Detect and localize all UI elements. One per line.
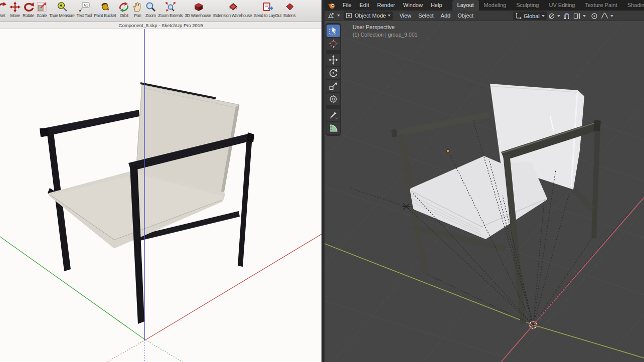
tool-transform[interactable] [327,93,340,105]
svg-text:A1: A1 [83,4,88,8]
annotate-tool-icon [329,110,338,120]
blender-3d-scene [325,21,644,362]
text-tool-icon: A1 [78,1,90,13]
rotate-tool-icon [329,68,338,78]
empty-object-marker[interactable] [402,204,410,210]
tool-annotate[interactable] [327,109,340,121]
tool-shelf [326,23,341,136]
zoom-extents-icon [165,1,177,13]
offset-tool-button[interactable]: fset [0,1,9,19]
tool-cursor[interactable] [327,38,340,50]
tab-sculpting[interactable]: Sculpting [511,0,544,11]
tab-texture-paint[interactable]: Texture Paint [580,0,622,11]
paint-bucket-tool-button[interactable]: Paint Bucket [93,1,117,19]
sketchup-titlebar: Component_5.skp - SketchUp Pro 2019 [0,22,321,29]
tape-measure-tool-button[interactable]: Tape Measure [48,1,75,19]
extensions-button[interactable]: Extens [282,1,296,19]
chevron-down-icon [542,15,545,17]
tool-label: Zoom Extents [158,13,183,19]
extension-warehouse-icon [227,1,238,13]
menu-render[interactable]: Render [373,0,399,11]
menu-view[interactable]: View [396,13,415,19]
screen: fset Move Rotate Scale [0,0,644,362]
menu-help[interactable]: Help [427,0,446,11]
menu-file[interactable]: File [339,0,356,11]
zoom-extents-tool-button[interactable]: Zoom Extents [157,1,184,19]
sketchup-chair-model[interactable] [40,29,254,340]
tool-label: 3D Warehouse [185,13,211,19]
menu-add[interactable]: Add [437,13,454,19]
transform-orientation-dropdown[interactable]: Global [513,12,547,20]
chevron-down-icon [583,15,586,17]
extensions-icon [284,1,295,13]
pivot-point-dropdown[interactable] [548,13,560,20]
snap-settings-dropdown[interactable] [573,13,586,20]
tab-modeling[interactable]: Modeling [479,0,512,11]
mode-label: Object Mode [355,13,386,19]
workspace-tabs: Layout Modeling Sculpting UV Editing Tex… [452,0,644,11]
send-to-layout-icon [261,1,274,13]
snap-magnet-toggle[interactable] [563,13,570,20]
tool-label: Scale [37,13,47,19]
cursor-tool-icon [329,39,338,49]
scale-icon [36,1,47,13]
editor-type-selector[interactable] [327,12,340,19]
rotate-tool-button[interactable]: Rotate [22,1,35,19]
tool-label: Tape Measure [49,13,74,19]
proportional-editing-toggle[interactable] [591,13,598,20]
proportional-falloff-dropdown[interactable] [601,13,613,19]
menu-edit[interactable]: Edit [356,0,373,11]
orientation-label: Global [524,13,540,19]
move-tool-button[interactable]: Move [9,1,22,19]
mode-dropdown[interactable]: Object Mode [344,12,393,20]
zoom-tool-button[interactable]: Zoom [144,1,157,19]
tool-label: Move [10,13,20,19]
blender-logo-icon [327,2,336,10]
blender-window: File Edit Render Window Help Layout Mode… [325,0,644,362]
tool-measure[interactable] [327,122,340,134]
tab-uv-editing[interactable]: UV Editing [544,0,580,11]
tool-move[interactable] [327,54,340,66]
scale-tool-icon [329,81,338,91]
tool-rotate[interactable] [327,67,340,79]
tool-label: Zoom [145,13,156,19]
sketchup-window: fset Move Rotate Scale [0,0,321,362]
tool-label: fset [0,13,5,19]
tab-shading[interactable]: Shading [622,0,644,11]
scale-tool-button[interactable]: Scale [35,1,48,19]
sketchup-toolbar: fset Move Rotate Scale [0,0,321,22]
send-to-layout-button[interactable]: Send to LayOut [253,1,282,19]
sketchup-3d-scene [0,29,321,362]
3d-warehouse-button[interactable]: 3D Warehouse [184,1,212,19]
sketchup-viewport[interactable] [0,29,321,362]
paint-bucket-icon [99,1,111,13]
transform-tool-icon [329,94,338,104]
tool-label: Paint Bucket [94,13,116,19]
menu-object[interactable]: Object [454,13,477,19]
menu-select[interactable]: Select [415,13,437,19]
object-origin-dot[interactable] [446,149,449,152]
tool-label: Pan [134,13,141,19]
orbit-tool-button[interactable]: Orbit [117,1,131,19]
tab-layout[interactable]: Layout [452,0,479,11]
chevron-down-icon [388,15,391,17]
tool-scale[interactable] [327,80,340,92]
tool-label: Text Tool [77,13,92,19]
tool-label: Extension Warehouse [213,13,252,19]
extension-warehouse-button[interactable]: Extension Warehouse [212,1,253,19]
measure-tool-icon [329,123,338,133]
pan-icon [132,1,143,13]
sketchup-axes [0,234,321,362]
tool-label: Send to LayOut [254,13,281,19]
text-tool-button[interactable]: A1 Text Tool [76,1,93,19]
rotate-icon [23,1,34,13]
tape-measure-icon [56,1,67,13]
blender-viewport[interactable]: User Perspective (1) Collection | group_… [325,21,644,362]
move-tool-icon [329,55,338,65]
transform-snap-cluster: Global [511,12,615,20]
viewport-header: Object Mode View Select Add Object Globa… [325,11,644,21]
chevron-down-icon [337,15,340,17]
tool-select-box[interactable] [327,25,340,37]
pan-tool-button[interactable]: Pan [131,1,144,19]
menu-window[interactable]: Window [399,0,427,11]
